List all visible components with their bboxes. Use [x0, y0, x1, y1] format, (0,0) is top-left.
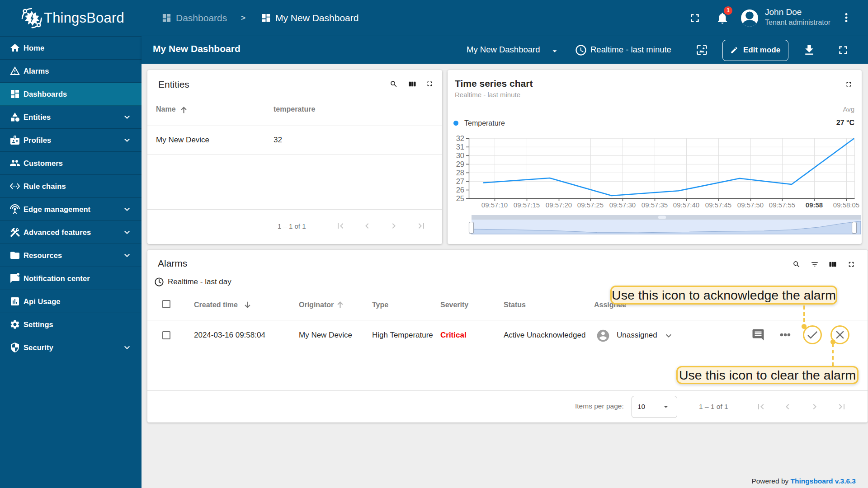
svg-text:09:57:50: 09:57:50	[737, 201, 764, 209]
svg-text:09:57:35: 09:57:35	[642, 201, 668, 209]
svg-text:09:58:05: 09:58:05	[833, 201, 859, 209]
svg-text:09:57:25: 09:57:25	[577, 201, 604, 209]
svg-text:09:57:15: 09:57:15	[514, 201, 540, 209]
svg-text:09:58: 09:58	[806, 201, 823, 209]
svg-text:09:57:10: 09:57:10	[481, 201, 508, 209]
svg-text:09:57:20: 09:57:20	[546, 201, 572, 209]
svg-text:09:57:45: 09:57:45	[705, 201, 731, 209]
svg-text:30: 30	[456, 151, 464, 160]
svg-text:26: 26	[456, 186, 464, 194]
svg-text:31: 31	[456, 143, 464, 151]
svg-text:27: 27	[456, 177, 464, 185]
svg-text:32: 32	[456, 134, 464, 142]
svg-text:25: 25	[456, 194, 464, 202]
svg-text:28: 28	[456, 169, 464, 177]
svg-text:09:57:55: 09:57:55	[769, 201, 795, 209]
svg-text:09:57:40: 09:57:40	[673, 201, 699, 209]
svg-text:29: 29	[456, 160, 464, 168]
svg-text:09:57:30: 09:57:30	[609, 201, 636, 209]
